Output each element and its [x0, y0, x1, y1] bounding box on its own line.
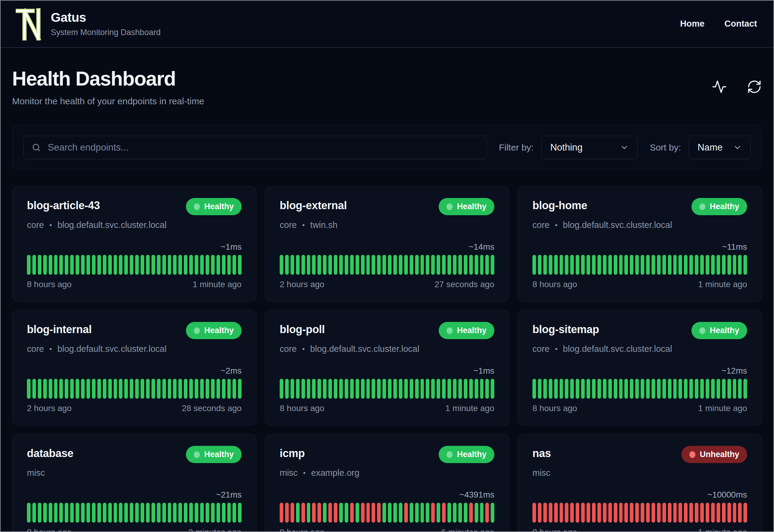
status-bar[interactable]	[285, 255, 289, 275]
status-bar[interactable]	[162, 503, 166, 523]
nav-link-home[interactable]: Home	[680, 19, 704, 29]
status-bar[interactable]	[608, 503, 612, 523]
status-bar[interactable]	[108, 379, 112, 399]
status-bar[interactable]	[447, 503, 451, 523]
status-bar[interactable]	[485, 379, 489, 399]
status-bar[interactable]	[581, 379, 585, 399]
status-bar[interactable]	[307, 255, 311, 275]
status-bar[interactable]	[480, 379, 484, 399]
status-bar[interactable]	[464, 255, 467, 275]
status-bar[interactable]	[195, 255, 198, 275]
status-bar[interactable]	[695, 379, 698, 399]
status-bar[interactable]	[603, 255, 607, 275]
status-bar[interactable]	[151, 503, 155, 523]
status-bar[interactable]	[722, 255, 726, 275]
status-bar[interactable]	[382, 503, 386, 523]
status-bar[interactable]	[317, 379, 321, 399]
status-bar[interactable]	[453, 379, 457, 399]
endpoint-card[interactable]: blog-article-43 Healthy core • blog.defa…	[12, 186, 256, 302]
status-bar[interactable]	[345, 503, 348, 523]
status-bar[interactable]	[146, 503, 150, 523]
refresh-button[interactable]	[747, 79, 762, 94]
status-bar[interactable]	[135, 503, 139, 523]
status-bar[interactable]	[184, 255, 187, 275]
status-bar[interactable]	[86, 255, 90, 275]
nav-link-contact[interactable]: Contact	[724, 19, 757, 29]
status-bar[interactable]	[81, 503, 85, 523]
status-bar[interactable]	[168, 379, 171, 399]
status-bar[interactable]	[646, 255, 650, 275]
status-bar[interactable]	[689, 503, 693, 523]
status-bar[interactable]	[442, 379, 446, 399]
status-bar[interactable]	[350, 503, 354, 523]
status-bar[interactable]	[49, 503, 52, 523]
status-bar[interactable]	[86, 379, 90, 399]
status-bar[interactable]	[668, 503, 672, 523]
status-bar[interactable]	[646, 379, 650, 399]
status-bar[interactable]	[722, 503, 726, 523]
status-bar[interactable]	[399, 379, 402, 399]
status-bar[interactable]	[227, 379, 231, 399]
status-bar[interactable]	[130, 379, 133, 399]
status-bar[interactable]	[415, 379, 419, 399]
status-bar[interactable]	[738, 255, 742, 275]
status-bar[interactable]	[382, 255, 386, 275]
status-bar[interactable]	[543, 379, 547, 399]
status-bar[interactable]	[189, 255, 193, 275]
status-bar[interactable]	[189, 379, 193, 399]
status-bar[interactable]	[549, 255, 552, 275]
status-bar[interactable]	[491, 379, 494, 399]
status-bar[interactable]	[722, 379, 726, 399]
status-bar[interactable]	[608, 255, 612, 275]
status-bar[interactable]	[711, 379, 715, 399]
status-bar[interactable]	[195, 379, 198, 399]
status-bar[interactable]	[673, 255, 677, 275]
status-bar[interactable]	[404, 503, 408, 523]
status-bar[interactable]	[624, 379, 628, 399]
status-bar[interactable]	[200, 379, 204, 399]
status-bar[interactable]	[592, 503, 596, 523]
status-bar[interactable]	[695, 255, 698, 275]
status-bar[interactable]	[345, 379, 348, 399]
status-bar[interactable]	[291, 379, 294, 399]
status-bar[interactable]	[92, 503, 96, 523]
status-bar[interactable]	[706, 503, 709, 523]
status-bar[interactable]	[280, 255, 283, 275]
status-bar[interactable]	[475, 503, 478, 523]
status-bar[interactable]	[49, 379, 52, 399]
status-bar[interactable]	[206, 379, 209, 399]
status-bar[interactable]	[662, 255, 666, 275]
status-bar[interactable]	[119, 255, 122, 275]
status-bar[interactable]	[361, 255, 365, 275]
status-bar[interactable]	[532, 379, 536, 399]
status-bar[interactable]	[673, 379, 677, 399]
status-bar[interactable]	[382, 379, 386, 399]
status-bar[interactable]	[549, 379, 552, 399]
status-bar[interactable]	[339, 503, 343, 523]
status-bar[interactable]	[421, 379, 424, 399]
status-bar[interactable]	[312, 379, 316, 399]
status-bar[interactable]	[124, 255, 128, 275]
status-bar[interactable]	[345, 255, 348, 275]
status-bar[interactable]	[216, 379, 220, 399]
status-bar[interactable]	[70, 255, 74, 275]
status-bar[interactable]	[130, 503, 133, 523]
status-bar[interactable]	[592, 379, 596, 399]
status-bar[interactable]	[442, 503, 446, 523]
status-bar[interactable]	[124, 503, 128, 523]
status-bar[interactable]	[103, 255, 106, 275]
status-bar[interactable]	[447, 379, 451, 399]
status-bar[interactable]	[54, 255, 58, 275]
endpoint-card[interactable]: blog-external Healthy core • twin.sh ~14…	[265, 186, 509, 302]
status-bar[interactable]	[410, 255, 413, 275]
sort-select[interactable]: Name	[689, 136, 751, 159]
activity-button[interactable]	[712, 79, 727, 94]
status-bar[interactable]	[565, 379, 568, 399]
status-bar[interactable]	[200, 503, 204, 523]
status-bar[interactable]	[700, 503, 704, 523]
status-bar[interactable]	[114, 255, 117, 275]
status-bar[interactable]	[307, 379, 311, 399]
status-bar[interactable]	[717, 379, 720, 399]
status-bar[interactable]	[178, 503, 182, 523]
status-bar[interactable]	[227, 503, 231, 523]
